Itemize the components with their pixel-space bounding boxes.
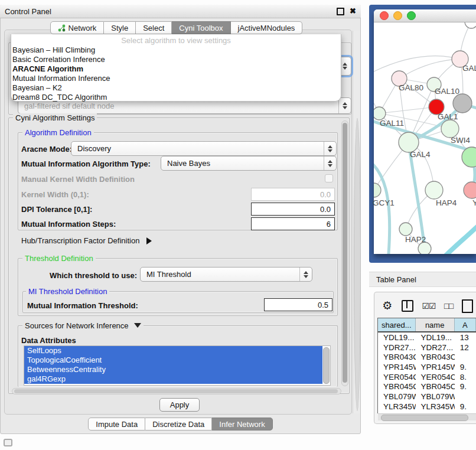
column-header[interactable]: name xyxy=(416,318,455,331)
table-row[interactable]: YDL19...YDL19...13 xyxy=(378,332,476,343)
dropdown-item[interactable]: Mutual Information Inference xyxy=(11,74,341,83)
minimize-window-icon[interactable] xyxy=(393,11,402,20)
table-cell: 9. xyxy=(455,363,476,371)
combo-stepper-icon[interactable] xyxy=(299,268,312,281)
dpi-tolerance-field[interactable]: 0.0 xyxy=(251,203,335,216)
kernel-width-field[interactable]: 0.0 xyxy=(251,188,335,201)
list-vertical-scrollbar[interactable] xyxy=(322,347,330,384)
apply-button[interactable]: Apply xyxy=(159,398,200,412)
dropdown-item[interactable]: ARACNE Algorithm xyxy=(11,64,341,74)
collapsed-panel-icon[interactable] xyxy=(4,439,12,446)
close-window-icon[interactable] xyxy=(380,11,389,20)
bottom-tab-bar: Impute DataDiscretize DataInfer Network xyxy=(0,418,361,431)
node-top-partial[interactable] xyxy=(465,22,476,28)
mi-steps-value: 6 xyxy=(327,220,331,229)
table-row[interactable]: YPR145WYPR145W9. xyxy=(378,362,476,372)
table-row[interactable]: YBL079WYBL079W xyxy=(378,392,476,402)
mi-type-label: Mutual Information Algorithm Type: xyxy=(21,159,151,168)
table-row[interactable]: YDR27...YDR27...12 xyxy=(378,343,476,353)
which-threshold-combobox[interactable]: MI Threshold xyxy=(140,267,312,282)
table-header-row: shared...nameA xyxy=(378,318,476,332)
network-edge[interactable] xyxy=(399,59,460,79)
gear-icon[interactable]: ⚙ xyxy=(378,299,397,313)
network-edge[interactable] xyxy=(374,56,460,74)
close-icon[interactable]: ✖ xyxy=(350,8,356,14)
show-columns-icon[interactable]: ☑☑ xyxy=(419,299,439,313)
manual-kernel-checkbox[interactable] xyxy=(325,174,333,182)
float-window-icon[interactable] xyxy=(337,8,344,15)
node-green-right[interactable] xyxy=(462,147,476,167)
mi-type-combobox[interactable]: Naive Bayes xyxy=(161,156,337,171)
network-window-titlebar[interactable] xyxy=(374,9,476,22)
node-hap4[interactable] xyxy=(425,181,443,199)
mi-threshold-field[interactable]: 0.5 xyxy=(264,298,332,311)
node-gal11[interactable] xyxy=(374,107,386,120)
table-cell: YBR045C xyxy=(416,382,455,391)
mi-steps-field[interactable]: 6 xyxy=(251,217,335,230)
dropdown-item[interactable]: Dream8 DC_TDC Algorithm xyxy=(11,93,341,102)
tab-select[interactable]: Select xyxy=(136,21,172,34)
attribute-list-item[interactable]: gal4RGexp xyxy=(24,374,322,384)
attribute-list-item[interactable]: SelfLoops xyxy=(24,346,322,356)
table-row[interactable]: YBR043CYBR043C xyxy=(378,352,476,362)
aracne-mode-combobox[interactable]: Discovery xyxy=(71,141,337,156)
node-label-gal10: GAL10 xyxy=(435,87,459,96)
hub-definition-expander[interactable]: Hub/Transcription Factor Definition xyxy=(21,236,152,245)
tab-style[interactable]: Style xyxy=(104,21,136,34)
node-hap2[interactable] xyxy=(399,223,412,236)
tab-impute-data[interactable]: Impute Data xyxy=(88,418,145,431)
network-edge[interactable] xyxy=(436,224,476,254)
table-cell: 9. xyxy=(455,402,476,411)
attribute-list-item[interactable]: TopologicalCoefficient xyxy=(24,356,322,365)
node-label-gal11: GAL11 xyxy=(380,119,404,128)
table-horizontal-scrollbar[interactable] xyxy=(378,413,476,420)
table-cell: YDR27... xyxy=(378,343,416,352)
table-row[interactable]: YBR045CYBR045C9. xyxy=(378,381,476,392)
table-row[interactable]: YLR345WYLR345W9. xyxy=(378,402,476,412)
table-row[interactable]: YER054CYER054C8. xyxy=(378,372,476,382)
columns-icon[interactable] xyxy=(397,299,419,313)
panel-vertical-scrollbar[interactable] xyxy=(353,31,360,413)
node-gal4[interactable] xyxy=(399,132,419,152)
tab-jactivemnodules[interactable]: jActiveMNodules xyxy=(231,21,303,34)
table-cell: YBR045C xyxy=(378,382,416,391)
hide-columns-icon[interactable]: □□ xyxy=(439,299,459,313)
zoom-window-icon[interactable] xyxy=(407,11,416,20)
table-toolbar: ⚙ ☑☑ □□ xyxy=(378,298,476,314)
sources-title-text: Sources for Network Inference xyxy=(25,321,129,330)
tab-discretize-data[interactable]: Discretize Data xyxy=(145,418,212,431)
dropdown-item[interactable]: Bayesian – Hill Climbing xyxy=(11,45,341,55)
table-cell: YBR043C xyxy=(416,353,455,361)
import-table-icon[interactable] xyxy=(458,299,476,313)
combo-stepper-icon[interactable] xyxy=(324,156,336,170)
dropdown-item[interactable]: Basic Correlation Inference xyxy=(11,55,341,64)
node-bottom-partial[interactable] xyxy=(418,242,431,254)
data-attributes-list[interactable]: SelfLoopsTopologicalCoefficientBetweenne… xyxy=(24,345,331,386)
network-edge[interactable] xyxy=(379,107,436,113)
node-label-hap4: HAP4 xyxy=(436,198,457,207)
node-gcy1[interactable] xyxy=(374,183,381,197)
node-pink-right[interactable] xyxy=(464,182,476,198)
node-gal1[interactable] xyxy=(441,120,459,138)
tab-network[interactable]: Network xyxy=(50,21,105,34)
sources-group-title[interactable]: Sources for Network Inference xyxy=(22,321,144,330)
algorithm-dropdown-popup: Select algorithm to view settings Bayesi… xyxy=(11,34,341,102)
node-label-swi4: SWI4 xyxy=(451,136,470,145)
node-label-gal1: GAL1 xyxy=(438,112,458,121)
dropdown-item[interactable]: Bayesian – K2 xyxy=(11,83,341,93)
table-cell: YER054C xyxy=(416,373,455,381)
column-header[interactable]: shared... xyxy=(378,318,416,331)
node-label-hap2: HAP2 xyxy=(405,235,426,244)
settings-vertical-scrollbar[interactable] xyxy=(341,120,348,386)
tab-infer-network[interactable]: Infer Network xyxy=(212,418,272,431)
attribute-list-item[interactable]: BetweennessCentrality xyxy=(24,365,322,374)
node-gray[interactable] xyxy=(453,94,472,113)
settings-horizontal-scrollbar[interactable] xyxy=(12,388,341,394)
tab-label: Network xyxy=(69,24,97,32)
combo-stepper-icon[interactable] xyxy=(324,142,336,155)
tab-cyni-toolbox[interactable]: Cyni Toolbox xyxy=(172,21,230,34)
column-header[interactable]: A xyxy=(455,318,476,331)
node-label-gal4: GAL4 xyxy=(410,150,431,159)
collapse-down-icon xyxy=(134,323,141,328)
threshold-definition-title: Threshold Definition xyxy=(22,254,96,263)
